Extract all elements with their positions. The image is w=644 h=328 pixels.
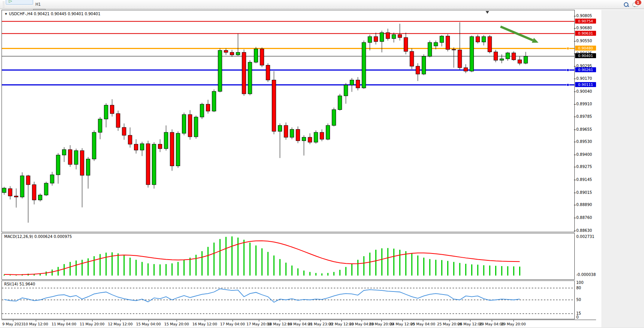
candle-body <box>284 125 288 137</box>
price-tick: 0.89655 <box>576 127 592 132</box>
price-tick: 0.90040 <box>576 89 592 93</box>
candle-body <box>80 151 84 175</box>
candle-body <box>242 52 246 94</box>
rsi-chart <box>2 281 574 319</box>
price-tick-mark <box>574 155 576 155</box>
auto-scroll-icon: ▷ <box>8 0 13 4</box>
candle-body <box>104 105 108 119</box>
candle-body <box>512 53 516 60</box>
dropdown-triangle-icon[interactable]: ▼ <box>5 13 7 16</box>
candle-body <box>278 125 282 132</box>
date-tick-mark <box>205 320 205 322</box>
price-tick: 0.90550 <box>576 39 592 43</box>
candle-body <box>326 125 330 139</box>
price-tick: 0.89530 <box>576 139 592 144</box>
macd-panel[interactable]: MACD(12,26,9) 0.000624 0.000975 <box>2 233 575 280</box>
candle-body <box>152 144 156 184</box>
candle-body <box>146 144 150 185</box>
price-tick-mark <box>574 79 576 79</box>
chat-badge: 1 <box>635 0 641 5</box>
date-tick-mark <box>470 320 470 322</box>
candle-body <box>440 36 444 43</box>
candle-body <box>392 35 396 38</box>
candle-body <box>332 109 336 125</box>
date-label: 15 May 20:00 <box>164 322 189 326</box>
candle-body <box>50 175 54 183</box>
date-label: 17 May 04:00 <box>220 322 245 326</box>
candle-body <box>356 80 360 88</box>
rsi-value: 51.9640 <box>19 282 35 286</box>
date-label: 26 May 12:00 <box>457 322 482 326</box>
price-tick-mark <box>574 130 576 130</box>
price-tick: 0.89015 <box>576 190 592 195</box>
candle-body <box>200 104 204 117</box>
date-tick-mark <box>120 320 121 322</box>
candle-body <box>224 51 228 52</box>
timeframe-h1[interactable]: H1 <box>33 0 46 9</box>
price-tick: 0.88760 <box>576 215 592 220</box>
date-tick-mark <box>300 320 300 322</box>
hline-handle[interactable] <box>567 84 569 86</box>
price-tick-mark <box>574 117 576 117</box>
hline-handle[interactable] <box>567 47 569 49</box>
chat-icon[interactable]: 1 <box>633 2 639 7</box>
date-label: 11 May 04:00 <box>51 322 76 326</box>
main-chart-panel[interactable]: ▼ USDCHF-,H4 0.90421 0.90445 0.90401 0.9… <box>2 10 575 232</box>
candle-body <box>524 56 528 63</box>
candle-body <box>422 56 426 74</box>
date-tick-mark <box>259 320 259 322</box>
candle-body <box>464 68 468 71</box>
date-tick-mark <box>362 320 362 322</box>
price-tick-mark <box>574 28 576 29</box>
candle-body <box>476 36 480 42</box>
price-tick-mark <box>574 218 576 218</box>
price-axis[interactable]: 0.908050.906800.905500.904250.902950.901… <box>575 10 601 320</box>
date-tick-mark <box>177 320 177 322</box>
auto-scroll-button[interactable]: ▷ <box>6 0 33 5</box>
price-tick: 0.88630 <box>576 228 592 233</box>
candle-body <box>116 114 120 127</box>
candle-body <box>38 195 42 200</box>
hline-handle[interactable] <box>567 69 569 71</box>
rsi-panel[interactable]: RSI(14) 51.9640 <box>2 280 575 319</box>
candle-body <box>194 117 198 137</box>
date-axis[interactable]: 9 May 202310 May 12:0011 May 04:0011 May… <box>2 320 596 328</box>
candle-body <box>320 132 324 139</box>
chart-shift-marker[interactable] <box>486 11 489 14</box>
price-tag-0.90401: 0.90401 <box>575 53 596 58</box>
search-icon[interactable] <box>623 2 629 7</box>
date-tick-mark <box>320 320 321 322</box>
candlestick-chart[interactable] <box>2 10 574 232</box>
toolbar-grip[interactable] <box>3 2 5 8</box>
price-tick-mark <box>574 167 576 167</box>
candle-body <box>170 132 174 166</box>
candle-body <box>140 144 144 150</box>
candle-body <box>212 91 216 111</box>
date-label: 11 May 20:00 <box>80 322 104 326</box>
date-tick-mark <box>423 320 423 322</box>
candle-body <box>302 137 306 141</box>
candle-body <box>428 43 432 56</box>
candle-body <box>98 119 102 132</box>
date-tick-mark <box>92 320 92 322</box>
candle-body <box>416 66 420 74</box>
date-tick-mark <box>341 320 342 322</box>
candle-body <box>488 36 492 52</box>
date-label: 15 May 04:00 <box>136 322 161 326</box>
candle-body <box>92 132 96 159</box>
candle-body <box>314 132 318 142</box>
candle-body <box>434 43 438 46</box>
candle-body <box>518 60 522 63</box>
macd-axis-min: -0.000038 <box>576 273 596 277</box>
candle-body <box>380 33 384 41</box>
macd-signal-value: 0.000975 <box>54 235 72 239</box>
candle-body <box>110 105 114 114</box>
candle-body <box>128 135 132 144</box>
candle-body <box>386 33 390 39</box>
date-label: 25 May 04:00 <box>410 322 435 326</box>
candle-body <box>494 52 498 60</box>
candle-body <box>398 35 402 38</box>
candle-body <box>236 52 240 55</box>
price-tick: 0.90805 <box>576 14 592 18</box>
rsi-axis-100: 100 <box>576 280 583 285</box>
